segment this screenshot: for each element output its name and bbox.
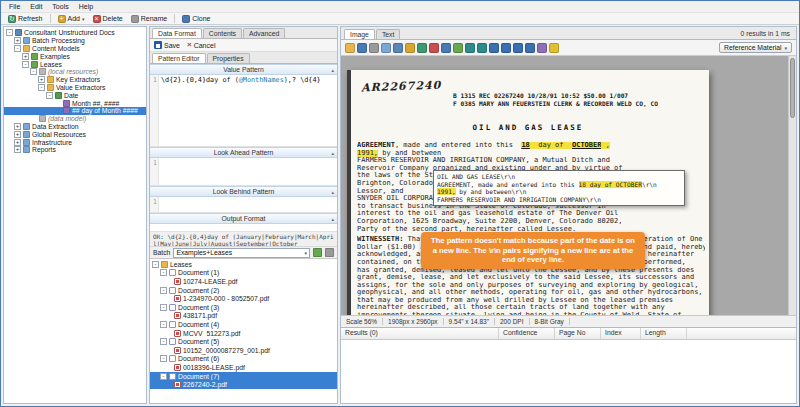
expand-plus-icon[interactable]: + <box>14 131 21 138</box>
save-image-icon[interactable] <box>357 43 367 53</box>
ocr-text-icon[interactable] <box>537 43 547 53</box>
tree-item-global-resources[interactable]: +Global Resources <box>4 130 146 138</box>
expand-plus-icon[interactable]: + <box>14 123 21 130</box>
menu-item-help[interactable]: Help <box>74 3 98 10</box>
collapse-minus-icon[interactable]: - <box>152 261 159 268</box>
doc-tree-root[interactable]: -Leases <box>150 260 337 269</box>
zoom-in-icon[interactable] <box>417 43 427 53</box>
tree-item-date[interactable]: -Date <box>4 91 146 99</box>
last-page-icon[interactable] <box>525 43 535 53</box>
zoom-fit-icon[interactable] <box>441 43 451 53</box>
collapse-minus-icon[interactable]: - <box>160 304 167 311</box>
batch-test-icon[interactable] <box>313 248 322 257</box>
tree-item-month[interactable]: Month ##, #### <box>4 99 146 107</box>
delete-button[interactable]: ×Delete <box>89 13 127 24</box>
expand-plus-icon[interactable]: + <box>14 139 21 146</box>
document-file-node[interactable]: 0018396-LEASE.pdf <box>150 363 337 372</box>
subtab-pattern-editor[interactable]: Pattern Editor <box>152 53 206 63</box>
collapse-minus-icon[interactable]: - <box>160 287 167 294</box>
results-body[interactable] <box>341 340 796 403</box>
tree-item-day-of-month[interactable]: ## day of Month #### <box>4 107 146 115</box>
menu-item-file[interactable]: File <box>4 3 25 10</box>
tree-item-data-extraction[interactable]: +Data Extraction <box>4 123 146 131</box>
document-file-node[interactable]: 438171.pdf <box>150 312 337 321</box>
print-icon[interactable] <box>369 43 379 53</box>
tab-image[interactable]: Image <box>344 29 375 39</box>
document-file-node[interactable]: MCVV_512273.pdf <box>150 329 337 338</box>
look-behind-header[interactable]: Look Behind Pattern ▴ <box>150 186 337 197</box>
document-file-node[interactable]: 1-234970-000 - 8052507.pdf <box>150 294 337 303</box>
reference-material-button[interactable]: Reference Material ▾ <box>719 42 792 53</box>
tree-item-local-resources[interactable]: -(local resources) <box>4 68 146 76</box>
collapse-minus-icon[interactable]: - <box>160 338 167 345</box>
open-image-icon[interactable] <box>345 43 355 53</box>
next-page-icon[interactable] <box>513 43 523 53</box>
tab-data-format[interactable]: Data Format <box>152 28 202 38</box>
output-format-header[interactable]: Output Format ▴ <box>150 213 337 224</box>
results-column-length[interactable]: Length <box>641 328 687 339</box>
rename-button[interactable]: Rename <box>127 13 171 24</box>
menu-item-tools[interactable]: Tools <box>47 3 73 10</box>
prev-page-icon[interactable] <box>501 43 511 53</box>
collapse-minus-icon[interactable]: - <box>46 92 53 99</box>
tree-item-leases[interactable]: -Leases <box>4 60 146 68</box>
look-ahead-input[interactable]: 1 <box>150 158 337 186</box>
rotate-left-icon[interactable] <box>465 43 475 53</box>
tree-item-data-model[interactable]: (data model) <box>4 115 146 123</box>
document-node[interactable]: -Document (6) <box>150 355 337 364</box>
tree-item-value-extractors[interactable]: -Value Extractors <box>4 84 146 92</box>
document-file-node[interactable]: 2267240-2.pdf <box>150 380 337 389</box>
document-node[interactable]: -Document (1) <box>150 269 337 278</box>
refresh-button[interactable]: ↻Refresh <box>4 13 47 24</box>
document-file-node[interactable]: 10152_0000087279_001.pdf <box>150 346 337 355</box>
actual-size-icon[interactable] <box>453 43 463 53</box>
results-column-page-no[interactable]: Page No <box>555 328 601 339</box>
select-region-icon[interactable] <box>393 43 403 53</box>
collapse-minus-icon[interactable]: - <box>30 68 37 75</box>
document-node[interactable]: -Document (7) <box>150 372 337 381</box>
pan-icon[interactable] <box>405 43 415 53</box>
tab-contents[interactable]: Contents <box>203 28 242 38</box>
results-column-confidence[interactable]: Confidence <box>499 328 555 339</box>
viewer-scrollbar[interactable] <box>788 56 796 315</box>
subtab-properties[interactable]: Properties <box>207 53 250 63</box>
tab-text[interactable]: Text <box>376 29 400 39</box>
copy-icon[interactable] <box>381 43 391 53</box>
document-node[interactable]: -Document (2) <box>150 286 337 295</box>
collapse-minus-icon[interactable]: - <box>38 84 45 91</box>
highlight-matches-icon[interactable] <box>549 43 559 53</box>
batch-combo[interactable]: Examples+Leases ▾ <box>173 248 310 258</box>
add-button[interactable]: +Add▾ <box>54 13 89 24</box>
tree-item-infrastructure[interactable]: +Infrastructure <box>4 138 146 146</box>
tree-item-batch-processing[interactable]: +Batch Processing <box>4 37 146 45</box>
expand-plus-icon[interactable]: + <box>14 146 21 153</box>
tab-advanced[interactable]: Advanced <box>243 28 285 38</box>
look-behind-input[interactable]: 1 <box>150 197 337 213</box>
collapse-minus-icon[interactable]: - <box>160 355 167 362</box>
save-button[interactable]: Save <box>154 41 180 49</box>
menu-item-edit[interactable]: Edit <box>25 3 47 10</box>
tree-item-content-models[interactable]: -Content Models <box>4 45 146 53</box>
collapse-minus-icon[interactable]: - <box>6 29 13 36</box>
document-node[interactable]: -Document (5) <box>150 337 337 346</box>
document-node[interactable]: -Document (3) <box>150 303 337 312</box>
zoom-out-icon[interactable] <box>429 43 439 53</box>
tree-item-reports[interactable]: +Reports <box>4 146 146 154</box>
expand-plus-icon[interactable]: + <box>22 53 29 60</box>
expand-plus-icon[interactable]: + <box>14 37 21 44</box>
results-column-index[interactable]: Index <box>601 328 641 339</box>
document-file-node[interactable]: 10274-LEASE.pdf <box>150 277 337 286</box>
document-node[interactable]: -Document (4) <box>150 320 337 329</box>
viewer-scrollbar-thumb[interactable] <box>790 58 795 118</box>
collapse-minus-icon[interactable]: - <box>160 269 167 276</box>
batch-options-icon[interactable] <box>325 248 334 257</box>
look-ahead-header[interactable]: Look Ahead Pattern ▴ <box>150 147 337 158</box>
collapse-minus-icon[interactable]: - <box>22 61 29 68</box>
rotate-right-icon[interactable] <box>477 43 487 53</box>
value-pattern-input[interactable]: 1 \d{2}.{0,4}day of (@MonthNames),? \d{4… <box>150 75 337 147</box>
output-format-input[interactable] <box>150 224 337 232</box>
expand-plus-icon[interactable]: + <box>38 76 45 83</box>
image-viewer[interactable]: AR2267240 B 1315 REC 02267240 10/28/91 1… <box>341 56 796 315</box>
collapse-minus-icon[interactable]: - <box>160 321 167 328</box>
collapse-minus-icon[interactable]: - <box>160 373 167 380</box>
